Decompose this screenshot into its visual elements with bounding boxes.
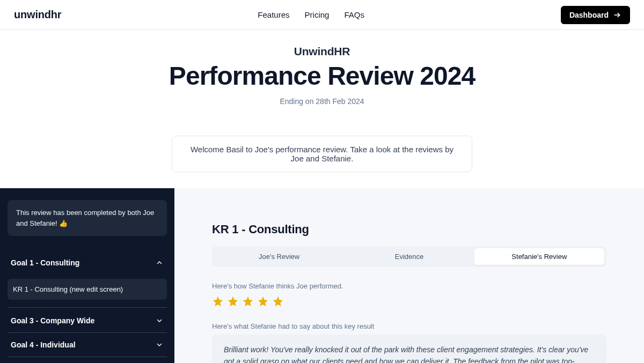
star-icon [227,295,239,307]
review-tabs: Joe's Review Evidence Stefanie's Review [212,246,606,267]
nav-faqs[interactable]: FAQs [344,10,364,19]
comment-label: Here's what Stefanie had to say about th… [212,322,606,330]
star-icon [242,295,254,307]
review-status-card: This review has been completed by both J… [8,200,167,236]
star-icon [272,295,284,307]
sidebar: This review has been completed by both J… [0,188,174,363]
review-content: KR 1 - Consulting Joe's Review Evidence … [174,188,644,363]
nav-links: Features Pricing FAQs [258,10,364,19]
nav-pricing[interactable]: Pricing [305,10,330,19]
page-title: Performance Review 2024 [0,61,644,91]
dashboard-button-label: Dashboard [569,11,609,19]
top-nav: unwindhr Features Pricing FAQs Dashboard [0,0,644,30]
goal-3-label: Goal 3 - Company Wide [11,316,94,325]
tab-stefanies-review[interactable]: Stefanie's Review [474,248,604,265]
goal-1-toggle[interactable]: Goal 1 - Consulting [8,251,167,275]
goal-1-block: Goal 1 - Consulting KR 1 - Consulting (n… [8,251,167,308]
review-layout: This review has been completed by both J… [0,188,644,363]
nav-features[interactable]: Features [258,10,289,19]
goal-1-label: Goal 1 - Consulting [11,258,79,267]
chevron-down-icon [155,316,164,325]
performance-label: Here's how Stefanie thinks Joe performed… [212,282,606,290]
hero-section: UnwindHR Performance Review 2024 Ending … [0,30,644,116]
reviewer-comment: Brilliant work! You've really knocked it… [212,335,606,363]
chevron-down-icon [155,340,164,349]
hero-subtitle: UnwindHR [0,45,644,58]
arrow-right-icon [613,11,621,19]
tab-evidence[interactable]: Evidence [344,248,474,265]
tab-joes-review[interactable]: Joe's Review [214,248,344,265]
brand-logo[interactable]: unwindhr [14,9,61,21]
chevron-up-icon [155,258,164,267]
star-rating [212,295,606,307]
goal-3-toggle[interactable]: Goal 3 - Company Wide [8,309,167,333]
star-icon [212,295,224,307]
goal-4-label: Goal 4 - Individual [11,340,76,349]
dashboard-button[interactable]: Dashboard [561,6,630,24]
hero-ending-date: Ending on 28th Feb 2024 [0,97,644,106]
kr-heading: KR 1 - Consulting [212,223,606,236]
goal-4-toggle[interactable]: Goal 4 - Individual [8,333,167,357]
kr-1-item[interactable]: KR 1 - Consulting (new edit screen) [8,279,167,300]
welcome-message: Welcome Basil to Joe's performance revie… [172,136,472,172]
star-icon [257,295,269,307]
